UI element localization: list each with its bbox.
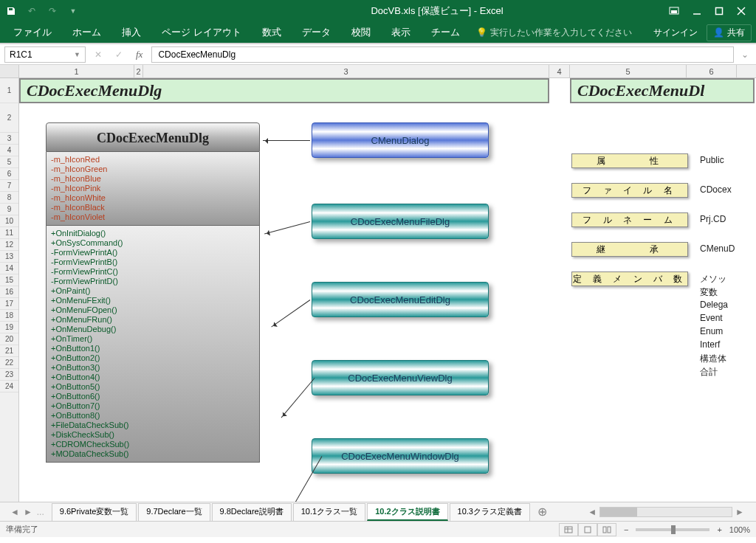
row-header[interactable]: 19 [0, 322, 18, 333]
property-label[interactable]: 継 承 [571, 242, 688, 257]
zoom-slider[interactable] [636, 528, 709, 531]
class-title-cell[interactable]: CDocExecMenuDlg [19, 78, 549, 103]
property-value[interactable]: Delega [700, 300, 728, 310]
tab-nav-arrows[interactable]: ◄►... [4, 507, 50, 517]
row-header[interactable]: 11 [0, 227, 18, 239]
row-header[interactable]: 12 [0, 239, 18, 251]
col-header[interactable]: 2 [134, 65, 143, 77]
add-sheet-icon[interactable]: ⊕ [532, 505, 553, 519]
col-header[interactable]: 5 [570, 65, 687, 77]
select-all-cell[interactable] [0, 65, 19, 77]
property-value[interactable]: 変数 [700, 286, 718, 299]
col-header[interactable]: 6 [687, 65, 737, 77]
property-value[interactable]: Enum [700, 326, 723, 336]
tab-next-icon[interactable]: ► [22, 507, 34, 517]
tab-formulas[interactable]: 数式 [253, 23, 290, 42]
row-header[interactable]: 17 [0, 298, 18, 310]
related-class-box[interactable]: CMenuDialog [312, 122, 489, 158]
related-class-box[interactable]: CDocExecMenuFileDlg [312, 204, 489, 239]
grid-content[interactable]: CDocExecMenuDlg CDocExecMenuDl CDocExecM… [19, 78, 756, 502]
tab-page-layout[interactable]: ページ レイアウト [153, 23, 250, 42]
share-button[interactable]: 👤共有 [707, 24, 752, 41]
zoom-out-icon[interactable]: − [624, 525, 628, 534]
tab-view[interactable]: 表示 [382, 23, 419, 42]
row-header[interactable]: 6 [0, 168, 18, 180]
name-box-dropdown-icon[interactable]: ▼ [74, 51, 80, 58]
sheet-tab[interactable]: 10.3クラス定義書 [450, 503, 530, 521]
horizontal-scrollbar[interactable]: ◄► [554, 507, 752, 517]
enter-icon[interactable]: ✓ [111, 49, 127, 60]
sheet-tab[interactable]: 9.6Private変数一覧 [52, 503, 137, 521]
row-header[interactable]: 3 [0, 133, 18, 145]
normal-view-icon[interactable] [559, 523, 578, 536]
page-layout-icon[interactable] [578, 523, 597, 536]
row-header[interactable]: 5 [0, 156, 18, 168]
property-label[interactable]: 属 性 [571, 153, 688, 168]
row-header[interactable]: 2 [0, 103, 18, 133]
sheet-tab[interactable]: 9.7Declare一覧 [138, 503, 210, 521]
name-box[interactable]: R1C1▼ [4, 46, 86, 63]
save-icon[interactable] [4, 4, 18, 18]
related-class-box[interactable]: CDocExecMenuWindowDlg [312, 438, 489, 474]
tab-prev-icon[interactable]: ◄ [9, 507, 21, 517]
minimize-icon[interactable] [693, 7, 701, 15]
signin-link[interactable]: サインイン [653, 27, 698, 39]
row-header[interactable]: 15 [0, 274, 18, 286]
property-value[interactable]: Prj.CD [700, 214, 726, 224]
page-break-icon[interactable] [597, 523, 616, 536]
sheet-tab[interactable]: 10.1クラス一覧 [293, 503, 365, 521]
related-class-box[interactable]: CDocExecMenuEditDlg [312, 282, 489, 317]
row-header[interactable]: 14 [0, 263, 18, 274]
property-label[interactable]: 定 義 メ ン バ 数 [571, 272, 688, 286]
property-value[interactable]: CDocex [700, 184, 732, 195]
property-value[interactable]: メソッ [700, 273, 726, 286]
redo-icon[interactable]: ↷ [46, 4, 59, 18]
row-header[interactable]: 7 [0, 180, 18, 192]
expand-formula-icon[interactable]: ⌄ [738, 49, 752, 60]
qat-dropdown-icon[interactable]: ▼ [66, 4, 80, 18]
col-header[interactable]: 1 [19, 65, 134, 77]
scroll-right-icon[interactable]: ► [732, 507, 747, 517]
zoom-in-icon[interactable]: + [717, 525, 721, 534]
maximize-icon[interactable] [715, 7, 724, 15]
zoom-level[interactable]: 100% [729, 525, 750, 534]
related-class-box[interactable]: CDocExecMenuViewDlg [312, 360, 489, 395]
tab-review[interactable]: 校閲 [343, 23, 379, 42]
property-value[interactable]: 合計 [700, 366, 718, 378]
row-header[interactable]: 21 [0, 345, 18, 357]
tab-team[interactable]: チーム [422, 23, 469, 42]
class-title-cell-2[interactable]: CDocExecMenuDl [570, 78, 755, 103]
tab-insert[interactable]: 挿入 [113, 23, 150, 42]
col-header[interactable]: 4 [549, 65, 570, 77]
property-label[interactable]: フ ァ イ ル 名 [571, 183, 688, 198]
row-header[interactable]: 22 [0, 357, 18, 369]
row-header[interactable]: 18 [0, 310, 18, 322]
row-header[interactable]: 10 [0, 215, 18, 227]
undo-icon[interactable]: ↶ [25, 4, 38, 18]
property-value[interactable]: Event [700, 313, 723, 323]
cancel-icon[interactable]: ✕ [90, 49, 106, 60]
close-icon[interactable] [737, 7, 746, 15]
tab-data[interactable]: データ [293, 23, 340, 42]
property-value[interactable]: CMenuD [700, 243, 735, 254]
tab-home[interactable]: ホーム [63, 23, 110, 42]
property-value[interactable]: Interf [700, 339, 720, 350]
row-header[interactable]: 20 [0, 333, 18, 345]
ribbon-options-icon[interactable] [669, 7, 679, 15]
tell-me-input[interactable] [490, 27, 638, 38]
property-value[interactable]: Public [700, 155, 724, 165]
sheet-tab[interactable]: 10.2クラス説明書 [367, 503, 447, 521]
row-header[interactable]: 24 [0, 381, 18, 392]
row-header[interactable]: 16 [0, 286, 18, 298]
row-header[interactable]: 23 [0, 369, 18, 381]
sheet-tab[interactable]: 9.8Declare説明書 [212, 503, 292, 521]
scroll-left-icon[interactable]: ◄ [585, 507, 599, 517]
tab-file[interactable]: ファイル [4, 23, 61, 42]
row-header[interactable]: 1 [0, 78, 18, 103]
formula-input[interactable]: CDocExecMenuDlg [151, 46, 734, 63]
col-header[interactable]: 3 [143, 65, 549, 77]
uml-class-box[interactable]: CDocExecMenuDlg -m_hIconRed-m_hIconGreen… [46, 122, 260, 463]
tell-me[interactable]: 💡 [476, 27, 638, 38]
row-header[interactable]: 9 [0, 204, 18, 215]
property-value[interactable]: 構造体 [700, 353, 726, 365]
